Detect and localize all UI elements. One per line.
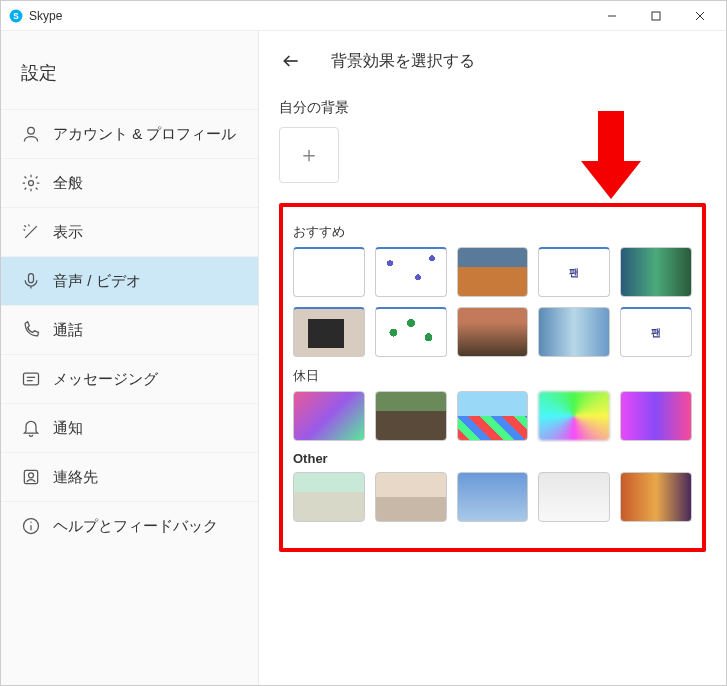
add-background-button[interactable]: ＋	[279, 127, 339, 183]
info-icon	[21, 516, 41, 536]
bg-thumbnail[interactable]	[457, 307, 529, 357]
titlebar: S Skype	[1, 1, 726, 31]
contacts-icon	[21, 467, 41, 487]
svg-rect-9	[24, 373, 39, 385]
wand-icon	[21, 222, 41, 242]
sidebar-item-general[interactable]: 全般	[1, 158, 258, 207]
annotation-highlight-box: おすすめ 팬 팬 休日	[279, 203, 706, 552]
sidebar-item-messaging[interactable]: メッセージング	[1, 354, 258, 403]
page-title: 背景効果を選択する	[331, 51, 475, 72]
bg-thumbnail[interactable]	[375, 247, 447, 297]
sidebar-item-account[interactable]: アカウント & プロフィール	[1, 109, 258, 158]
sidebar-item-label: メッセージング	[53, 370, 158, 389]
sidebar-item-label: 通知	[53, 419, 83, 438]
plus-icon: ＋	[298, 140, 320, 170]
bg-thumbnail[interactable]	[457, 472, 529, 522]
bg-thumbnail[interactable]	[538, 391, 610, 441]
bg-thumbnail[interactable]	[457, 391, 529, 441]
person-icon	[21, 124, 41, 144]
sidebar-item-audio-video[interactable]: 音声 / ビデオ	[1, 256, 258, 305]
bg-thumbnail[interactable]	[293, 472, 365, 522]
bg-thumbnail[interactable]	[375, 307, 447, 357]
content-pane: 背景効果を選択する 自分の背景 ＋ おすすめ 팬 팬	[259, 31, 726, 685]
bg-thumbnail[interactable]	[375, 472, 447, 522]
sidebar-item-label: アカウント & プロフィール	[53, 125, 236, 144]
bell-icon	[21, 418, 41, 438]
message-icon	[21, 369, 41, 389]
bg-thumbnail[interactable]: 팬	[538, 247, 610, 297]
bg-thumbnail[interactable]	[538, 472, 610, 522]
svg-text:S: S	[13, 11, 19, 20]
bg-thumbnail[interactable]	[620, 472, 692, 522]
svg-point-6	[28, 127, 35, 134]
sidebar-item-help[interactable]: ヘルプとフィードバック	[1, 501, 258, 550]
back-button[interactable]	[279, 49, 303, 73]
category-label-other: Other	[293, 451, 692, 466]
sidebar-item-appearance[interactable]: 表示	[1, 207, 258, 256]
minimize-button[interactable]	[590, 2, 634, 30]
maximize-button[interactable]	[634, 2, 678, 30]
annotation-arrow-icon	[576, 111, 646, 204]
svg-rect-3	[652, 12, 660, 20]
svg-point-7	[29, 181, 34, 186]
sidebar-item-notifications[interactable]: 通知	[1, 403, 258, 452]
bg-thumbnail[interactable]: 팬	[620, 307, 692, 357]
svg-rect-18	[598, 111, 624, 161]
svg-point-13	[29, 473, 34, 478]
settings-heading: 設定	[1, 31, 258, 109]
sidebar-item-label: 音声 / ビデオ	[53, 272, 141, 291]
sidebar-item-label: 全般	[53, 174, 83, 193]
svg-point-16	[30, 522, 31, 523]
sidebar-item-contacts[interactable]: 連絡先	[1, 452, 258, 501]
bg-thumbnail[interactable]	[293, 247, 365, 297]
sidebar-item-label: 連絡先	[53, 468, 98, 487]
sidebar-item-calling[interactable]: 通話	[1, 305, 258, 354]
category-label-recommended: おすすめ	[293, 223, 692, 241]
sidebar-item-label: 表示	[53, 223, 83, 242]
sidebar-item-label: 通話	[53, 321, 83, 340]
close-button[interactable]	[678, 2, 722, 30]
bg-thumbnail[interactable]	[293, 391, 365, 441]
window-title: Skype	[29, 9, 62, 23]
bg-thumbnail[interactable]	[538, 307, 610, 357]
bg-thumbnail[interactable]	[375, 391, 447, 441]
skype-logo-icon: S	[9, 9, 23, 23]
sidebar-item-label: ヘルプとフィードバック	[53, 517, 218, 536]
settings-sidebar: 設定 アカウント & プロフィール 全般 表示 音声 / ビデオ 通話 メッセー…	[1, 31, 259, 685]
bg-thumbnail[interactable]	[293, 307, 365, 357]
svg-marker-19	[581, 161, 641, 199]
phone-icon	[21, 320, 41, 340]
gear-icon	[21, 173, 41, 193]
bg-thumbnail[interactable]	[457, 247, 529, 297]
bg-thumbnail[interactable]	[620, 391, 692, 441]
microphone-icon	[21, 271, 41, 291]
svg-rect-8	[29, 274, 34, 283]
bg-thumbnail[interactable]	[620, 247, 692, 297]
category-label-holiday: 休日	[293, 367, 692, 385]
